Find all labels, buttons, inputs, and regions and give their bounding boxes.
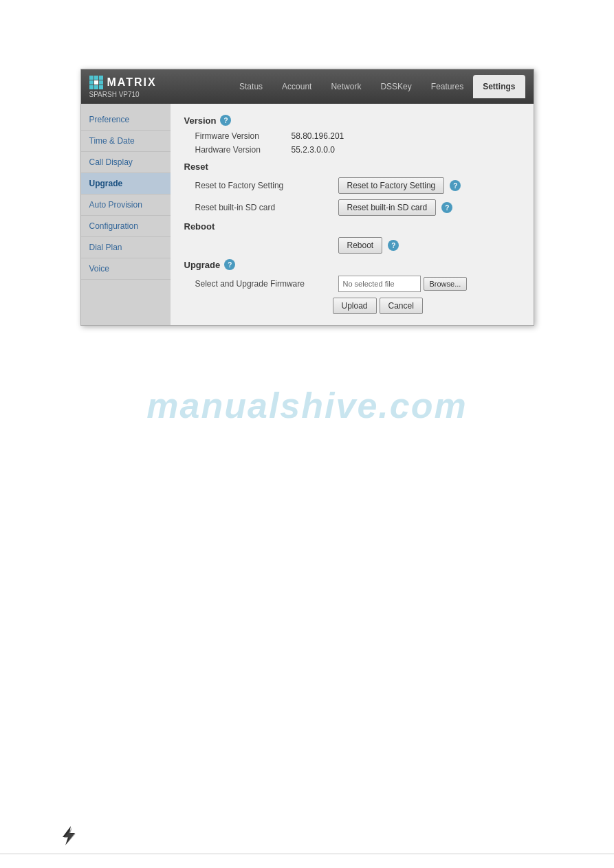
- watermark: manualshive.com: [146, 385, 467, 426]
- reboot-button[interactable]: Reboot: [338, 237, 383, 254]
- sd-reset-button[interactable]: Reset built-in SD card: [338, 199, 437, 216]
- reboot-row: Reboot ?: [184, 237, 520, 254]
- sidebar-item-preference[interactable]: Preference: [81, 109, 171, 131]
- factory-reset-help-icon[interactable]: ?: [450, 180, 461, 191]
- hardware-label: Hardware Version: [195, 145, 292, 155]
- version-section-header: Version ?: [184, 115, 520, 126]
- sd-reset-help-icon[interactable]: ?: [441, 202, 452, 213]
- no-file-text: No selected file: [343, 280, 395, 288]
- sd-reset-label: Reset built-in SD card: [195, 203, 333, 212]
- logo-grid-icon: [89, 76, 103, 89]
- sd-reset-row: Reset built-in SD card Reset built-in SD…: [184, 199, 520, 216]
- reset-header-label: Reset: [184, 162, 208, 172]
- sidebar-item-configuration[interactable]: Configuration: [81, 216, 171, 237]
- logo-matrix: MATRIX: [89, 76, 157, 89]
- reboot-header-label: Reboot: [184, 221, 215, 232]
- ui-panel: MATRIX SPARSH VP710 Status Account Netwo…: [80, 69, 534, 326]
- upgrade-section-header: Upgrade ?: [184, 259, 520, 270]
- hardware-row: Hardware Version 55.2.3.0.0.0: [184, 145, 520, 155]
- ui-header: MATRIX SPARSH VP710 Status Account Netwo…: [81, 69, 534, 104]
- factory-reset-label: Reset to Factory Setting: [195, 181, 333, 190]
- sidebar-item-voice[interactable]: Voice: [81, 258, 171, 280]
- sidebar: Preference Time & Date Call Display Upgr…: [81, 104, 171, 325]
- tab-dsskey[interactable]: DSSKey: [371, 75, 421, 98]
- upgrade-firmware-row: Select and Upgrade Firmware No selected …: [184, 276, 520, 292]
- factory-reset-row: Reset to Factory Setting Reset to Factor…: [184, 177, 520, 194]
- firmware-label: Firmware Version: [195, 131, 292, 141]
- version-help-icon[interactable]: ?: [220, 115, 231, 126]
- tab-settings[interactable]: Settings: [473, 75, 525, 98]
- upload-cancel-row: Upload Cancel: [184, 298, 520, 314]
- logo-area: MATRIX SPARSH VP710: [89, 76, 157, 98]
- cancel-button[interactable]: Cancel: [380, 298, 423, 314]
- tab-network[interactable]: Network: [321, 75, 371, 98]
- main-content: Version ? Firmware Version 58.80.196.201…: [171, 104, 534, 325]
- page-wrapper: MATRIX SPARSH VP710 Status Account Netwo…: [0, 0, 614, 868]
- bottom-line: [0, 854, 614, 854]
- nav-tabs: Status Account Network DSSKey Features S…: [230, 75, 525, 98]
- factory-reset-button[interactable]: Reset to Factory Setting: [338, 177, 445, 194]
- firmware-value: 58.80.196.201: [292, 131, 344, 141]
- hardware-value: 55.2.3.0.0.0: [292, 145, 335, 155]
- file-display: No selected file: [338, 276, 421, 292]
- sidebar-item-time-date[interactable]: Time & Date: [81, 131, 171, 152]
- tab-status[interactable]: Status: [230, 75, 272, 98]
- reset-section-header: Reset: [184, 162, 520, 172]
- reboot-section-header: Reboot: [184, 221, 520, 232]
- upgrade-help-icon[interactable]: ?: [224, 259, 235, 270]
- bottom-logo: [58, 826, 79, 847]
- sidebar-item-call-display[interactable]: Call Display: [81, 152, 171, 173]
- sidebar-item-dial-plan[interactable]: Dial Plan: [81, 237, 171, 258]
- content-area: Preference Time & Date Call Display Upgr…: [81, 104, 534, 325]
- file-input-area: No selected file Browse...: [338, 276, 468, 292]
- sidebar-item-auto-provision[interactable]: Auto Provision: [81, 194, 171, 216]
- sidebar-item-upgrade[interactable]: Upgrade: [81, 173, 171, 194]
- upgrade-firmware-label: Select and Upgrade Firmware: [195, 279, 333, 289]
- tab-account[interactable]: Account: [272, 75, 321, 98]
- upgrade-header-label: Upgrade: [184, 260, 221, 270]
- browse-button[interactable]: Browse...: [424, 277, 468, 291]
- firmware-row: Firmware Version 58.80.196.201: [184, 131, 520, 141]
- upload-button[interactable]: Upload: [333, 298, 377, 314]
- reboot-help-icon[interactable]: ?: [388, 240, 399, 251]
- tab-features[interactable]: Features: [421, 75, 473, 98]
- brand-name: MATRIX: [107, 76, 157, 89]
- version-header-label: Version: [184, 115, 217, 126]
- product-name: SPARSH VP710: [89, 91, 157, 98]
